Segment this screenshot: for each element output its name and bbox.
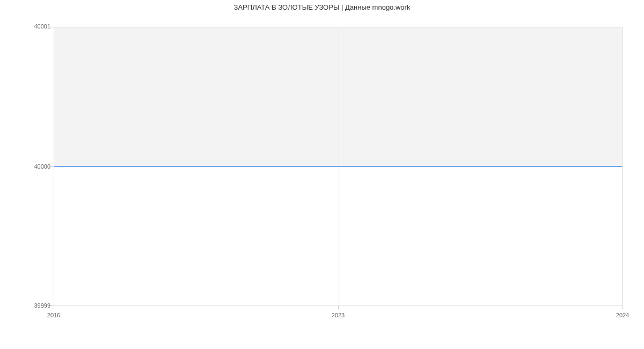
chart-title: ЗАРПЛАТА В ЗОЛОТЫЕ УЗОРЫ | Данные mnogo.… [0,3,644,11]
x-tick-label: 2016 [47,312,60,318]
y-tick-label: 39999 [34,302,50,309]
x-tick [622,306,623,309]
chart-container: ЗАРПЛАТА В ЗОЛОТЫЕ УЗОРЫ | Данные mnogo.… [0,0,644,349]
x-tick [338,306,339,309]
grid-band [54,27,622,166]
x-tick-label: 2024 [616,312,629,318]
y-tick-label: 40001 [34,23,50,30]
y-tick-label: 40000 [34,163,50,170]
x-tick-label: 2023 [332,312,345,318]
plot-area [54,27,623,306]
x-tick [54,306,54,309]
data-line [54,166,622,167]
